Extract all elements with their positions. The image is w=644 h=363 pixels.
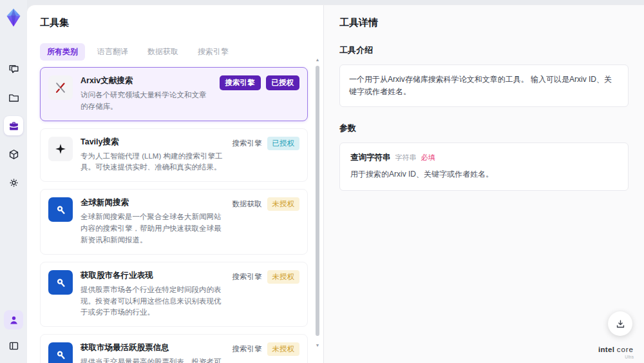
auth-badge: 未授权 xyxy=(267,342,300,356)
tool-list: Arxiv文献搜索 访问各个研究领域大量科学论文和文章的存储库。 搜索引擎 已授… xyxy=(40,67,319,363)
category-label: 数据获取 xyxy=(232,199,262,209)
search-tool-icon xyxy=(48,197,73,222)
tool-card-global-news[interactable]: 全球新闻搜索 全球新闻搜索是一个聚合全球各大新闻网站内容的搜索引擎，帮助用户快速… xyxy=(40,189,308,254)
param-required-flag: 必填 xyxy=(421,153,435,162)
user-icon[interactable] xyxy=(4,310,23,329)
cube-icon[interactable] xyxy=(4,144,23,164)
list-scrollbar[interactable]: ▲ ▼ xyxy=(314,57,321,358)
auth-badge: 未授权 xyxy=(267,270,300,284)
tab-all-categories[interactable]: 所有类别 xyxy=(40,43,85,61)
tool-name: 全球新闻搜索 xyxy=(80,197,225,208)
tool-card-most-active-stocks[interactable]: 获取市场最活跃股票信息 提供当天交易量最高的股票列表，投资者可以利用这些信息来识… xyxy=(40,334,308,363)
tool-card-arxiv[interactable]: Arxiv文献搜索 访问各个研究领域大量科学论文和文章的存储库。 搜索引擎 已授… xyxy=(40,67,308,121)
tool-name: Arxiv文献搜索 xyxy=(80,75,212,86)
search-tool-icon xyxy=(48,342,73,363)
brand-intel: intel xyxy=(598,346,614,353)
download-icon xyxy=(615,319,626,329)
scrollbar-thumb[interactable] xyxy=(316,66,319,336)
param-name: 查询字符串 xyxy=(350,152,391,163)
page-title: 工具集 xyxy=(40,17,319,29)
tool-desc: 访问各个研究领域大量科学论文和文章的存储库。 xyxy=(80,90,212,113)
params-heading: 参数 xyxy=(339,123,629,134)
category-label: 搜索引擎 xyxy=(232,272,262,282)
category-tabs: 所有类别 语言翻译 数据获取 搜索引擎 xyxy=(40,43,319,61)
folder-icon[interactable] xyxy=(4,88,23,107)
download-button[interactable] xyxy=(608,311,632,336)
chat-icon[interactable] xyxy=(4,59,23,79)
gear-icon[interactable] xyxy=(4,173,23,192)
intel-core-logo: intel core Ultra xyxy=(598,346,634,359)
param-type: 字符串 xyxy=(395,153,417,162)
tool-detail-panel: 工具详情 工具介绍 一个用于从Arxiv存储库搜索科学论文和文章的工具。 输入可… xyxy=(323,5,644,363)
brand-sub: Ultra xyxy=(598,355,634,359)
tool-list-panel: 工具集 所有类别 语言翻译 数据获取 搜索引擎 Arxiv文献搜索 访问各个研究… xyxy=(27,5,323,363)
tool-desc: 提供当天交易量最高的股票列表，投资者可以利用这些信息来识别流动性强的股票和潜在的… xyxy=(80,357,225,363)
category-badge: 搜索引擎 xyxy=(220,75,261,90)
category-label: 搜索引擎 xyxy=(232,139,262,148)
param-card: 查询字符串 字符串 必填 用于搜索的Arxiv ID、关键字或作者姓名。 xyxy=(339,142,629,191)
tool-card-tavily[interactable]: Tavily搜索 专为人工智能代理 (LLM) 构建的搜索引擎工具。可快速提供实… xyxy=(40,128,308,182)
detail-title: 工具详情 xyxy=(339,17,629,29)
app-logo[interactable] xyxy=(5,8,23,27)
auth-badge: 已授权 xyxy=(267,137,300,150)
tool-desc: 全球新闻搜索是一个聚合全球各大新闻网站内容的搜索引擎，帮助用户快速获取全球最新资… xyxy=(80,211,225,246)
scroll-down-icon[interactable]: ▼ xyxy=(314,342,321,349)
tool-name: Tavily搜索 xyxy=(80,137,225,148)
auth-badge: 未授权 xyxy=(267,197,300,211)
scroll-up-icon[interactable]: ▲ xyxy=(314,57,321,63)
brand-core: core xyxy=(617,346,634,353)
tool-name: 获取股市各行业表现 xyxy=(80,270,225,281)
tool-intro-text: 一个用于从Arxiv存储库搜索科学论文和文章的工具。 输入可以是Arxiv ID… xyxy=(339,64,629,107)
tab-data-fetch[interactable]: 数据获取 xyxy=(140,43,185,61)
category-label: 搜索引擎 xyxy=(232,344,262,354)
auth-badge: 已授权 xyxy=(266,75,300,90)
tool-desc: 提供股票市场各个行业在特定时间段内的表现。投资者可以利用这些信息来识别表现优于或… xyxy=(80,284,225,319)
panel-toggle-icon[interactable] xyxy=(4,336,23,355)
intro-heading: 工具介绍 xyxy=(339,44,629,56)
tab-language-translation[interactable]: 语言翻译 xyxy=(90,43,135,61)
param-desc: 用于搜索的Arxiv ID、关键字或作者姓名。 xyxy=(350,169,618,180)
main-surface: 工具集 所有类别 语言翻译 数据获取 搜索引擎 Arxiv文献搜索 访问各个研究… xyxy=(27,5,644,363)
arxiv-logo-icon xyxy=(48,75,73,100)
left-rail xyxy=(0,0,27,363)
tavily-star-icon xyxy=(48,137,73,161)
tool-desc: 专为人工智能代理 (LLM) 构建的搜索引擎工具。可快速提供实时、准确和真实的结… xyxy=(80,151,225,174)
tab-search-engine[interactable]: 搜索引擎 xyxy=(191,43,236,61)
toolbox-icon[interactable] xyxy=(4,116,23,135)
search-tool-icon xyxy=(48,270,73,295)
tool-card-sector-performance[interactable]: 获取股市各行业表现 提供股票市场各个行业在特定时间段内的表现。投资者可以利用这些… xyxy=(40,262,308,327)
tool-name: 获取市场最活跃股票信息 xyxy=(80,342,225,353)
